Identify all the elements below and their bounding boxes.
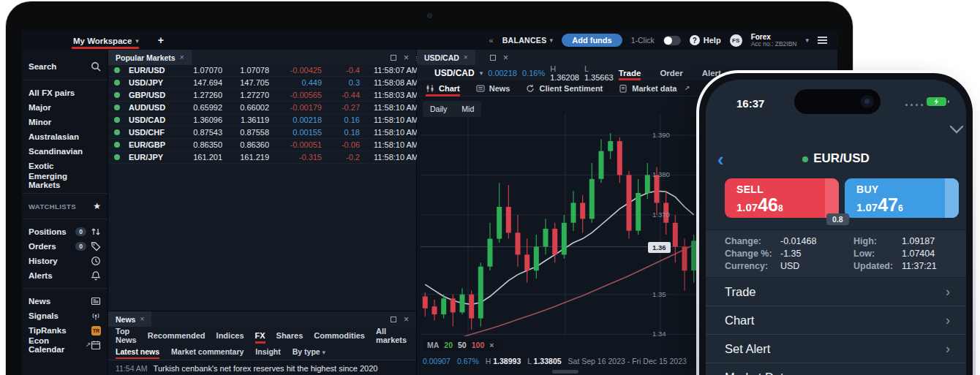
search-icon <box>91 61 101 72</box>
help-button[interactable]: ? Help <box>690 35 721 45</box>
tab-usdcad[interactable]: USD/CAD × <box>417 50 475 65</box>
table-row[interactable]: GBP/USD 1.27260 1.27270 -0.00565 -0.44 1… <box>108 89 416 102</box>
subtab-by-type[interactable]: By type ▾ <box>293 347 325 356</box>
sidebar-item-signals[interactable]: Signals <box>22 308 108 323</box>
maximize-icon[interactable] <box>391 317 396 322</box>
tab-client-sentiment[interactable]: Client Sentiment <box>526 84 603 93</box>
sidebar-item-history[interactable]: History <box>22 254 108 268</box>
subtab-insight[interactable]: Insight <box>255 347 280 356</box>
sidebar-item-watchlists[interactable]: WATCHLISTS ★ <box>22 199 108 213</box>
table-row[interactable]: EUR/GBP 0.86350 0.86360 -0.00051 -0.06 1… <box>108 139 416 151</box>
table-row[interactable]: USD/CHF 0.87543 0.87558 0.00155 0.18 11:… <box>108 126 416 139</box>
close-icon[interactable]: × <box>140 315 144 323</box>
account-avatar[interactable]: FS <box>730 34 742 47</box>
chart-change: 0.00218 <box>488 69 517 77</box>
dynamic-island <box>794 89 881 114</box>
period-mid[interactable]: Mid <box>454 105 481 113</box>
tab-fx[interactable]: FX <box>255 331 265 340</box>
menu-item-trade[interactable]: Trade › <box>706 278 966 306</box>
table-row[interactable]: EUR/USD 1.07070 1.07078 -0.00425 -0.4 11… <box>108 64 416 77</box>
sidebar-item-minor[interactable]: Minor <box>22 115 108 129</box>
sidebar-item-news[interactable]: News <box>22 294 108 308</box>
close-icon[interactable]: × <box>503 53 508 62</box>
table-row[interactable]: USD/JPY 147.694 147.705 0.449 0.3 11:58:… <box>108 77 416 89</box>
search-input[interactable]: Search <box>22 58 108 75</box>
sell-button[interactable]: SELL 1.07468 <box>725 178 839 218</box>
tab-popular-markets[interactable]: Popular Markets × <box>108 50 192 65</box>
menu-item-market-data[interactable]: Market Data › <box>706 363 966 375</box>
candlestick-chart[interactable] <box>421 113 698 336</box>
tab-chart-news[interactable]: News <box>476 84 510 93</box>
close-icon[interactable]: × <box>464 53 468 61</box>
footer-change: 0.00907 <box>423 357 451 365</box>
sidebar-item-alerts[interactable]: Alerts <box>22 268 108 283</box>
one-click-toggle[interactable] <box>663 36 681 45</box>
tab-indices[interactable]: Indices <box>216 331 244 340</box>
account-info[interactable]: Forex Acc no.: ZB2IBN <box>751 33 797 48</box>
tab-chart[interactable]: Chart <box>426 84 460 93</box>
news-category-tabs: Top News Recommended Indices FX Shares C… <box>108 327 416 344</box>
subtab-market-commentary[interactable]: Market commentary <box>171 347 244 356</box>
divider <box>22 193 108 194</box>
close-icon[interactable]: × <box>404 53 409 62</box>
phone-device: 16:37 ‹ EUR/USD <box>696 70 976 375</box>
sidebar-item-tipranks[interactable]: TipRanks TR <box>22 323 108 338</box>
clock-icon <box>91 256 101 266</box>
close-icon[interactable]: × <box>404 315 409 324</box>
sidebar-item-scandinavian[interactable]: Scandinavian <box>22 144 108 159</box>
chevron-down-icon[interactable] <box>949 125 964 134</box>
tab-commodities[interactable]: Commodities <box>314 331 365 340</box>
candlestick-icon <box>426 84 434 93</box>
buy-button[interactable]: BUY 1.07476 <box>845 178 959 218</box>
workspace-tab[interactable]: My Workspace ▾ <box>73 31 139 50</box>
add-funds-button[interactable]: Add funds <box>562 34 622 47</box>
action-trade[interactable]: Trade <box>619 69 641 77</box>
workspace-topbar: My Workspace ▾ + « BALANCES ▾ Add funds … <box>22 31 837 50</box>
collapse-icon[interactable]: « <box>489 36 494 45</box>
layout-menu-icon[interactable] <box>818 37 827 44</box>
sidebar-item-major[interactable]: Major <box>22 100 108 115</box>
menu-item-chart[interactable]: Chart › <box>706 306 966 335</box>
period-daily[interactable]: Daily <box>423 105 454 113</box>
sidebar-item-australasian[interactable]: Australasian <box>22 129 108 144</box>
market-open-dot <box>114 154 120 160</box>
menu-item-set-alert[interactable]: Set Alert › <box>706 335 966 363</box>
stat-currency: USD <box>780 261 853 271</box>
tab-recommended[interactable]: Recommended <box>148 331 206 340</box>
news-tabstrip: News × × <box>108 311 416 327</box>
table-row[interactable]: EUR/JPY 161.201 161.219 -0.315 -0.2 11:5… <box>108 151 416 164</box>
close-icon[interactable]: × <box>180 53 184 61</box>
chart-horizontal-scrollbar[interactable] <box>552 370 578 374</box>
table-row[interactable]: USD/CAD 1.36096 1.36119 0.00218 0.16 11:… <box>108 114 416 126</box>
tab-all-markets[interactable]: All markets <box>376 327 407 344</box>
news-list-item[interactable]: 11:54 AM Turkish cenbank's net forex res… <box>108 360 416 375</box>
tipranks-icon: TR <box>91 326 101 336</box>
action-order[interactable]: Order <box>660 69 682 77</box>
chevron-down-icon[interactable]: ▾ <box>805 37 809 44</box>
chevron-down-icon[interactable]: ▾ <box>480 69 483 77</box>
sidebar-item-econ-calendar[interactable]: Econ Calendar ↗ <box>22 338 108 352</box>
sidebar: Search All FX pairs Major Minor Australa… <box>22 50 108 375</box>
balances-dropdown[interactable]: BALANCES ▾ <box>502 36 554 45</box>
maximize-icon[interactable] <box>391 55 396 61</box>
close-icon[interactable]: × <box>489 341 494 349</box>
tab-market-data[interactable]: Market data ↗ <box>619 84 690 93</box>
tab-shares[interactable]: Shares <box>276 331 304 340</box>
market-open-dot <box>802 156 808 162</box>
sidebar-item-positions[interactable]: Positions 0 <box>22 224 108 239</box>
sidebar-item-exotic[interactable]: Exotic <box>22 159 108 173</box>
newspaper-icon <box>91 296 101 306</box>
tab-top-news[interactable]: Top News <box>116 327 137 344</box>
tab-news[interactable]: News × <box>108 311 151 327</box>
table-row[interactable]: AUD/USD 0.65992 0.66002 -0.00179 -0.27 1… <box>108 102 416 114</box>
market-open-dot <box>114 92 120 98</box>
subtab-latest-news[interactable]: Latest news <box>116 347 159 356</box>
chart-symbol[interactable]: USD/CAD <box>434 68 475 78</box>
chevron-down-icon[interactable]: ▾ <box>135 37 139 45</box>
new-workspace-button[interactable]: + <box>158 34 164 46</box>
ma-legend[interactable]: MA 20 50 100 × <box>423 339 498 351</box>
maximize-icon[interactable] <box>490 55 496 61</box>
sidebar-item-emerging-markets[interactable]: Emerging Markets <box>22 173 108 188</box>
sidebar-item-all-fx-pairs[interactable]: All FX pairs <box>22 86 108 100</box>
sidebar-item-orders[interactable]: Orders 0 <box>22 239 108 254</box>
